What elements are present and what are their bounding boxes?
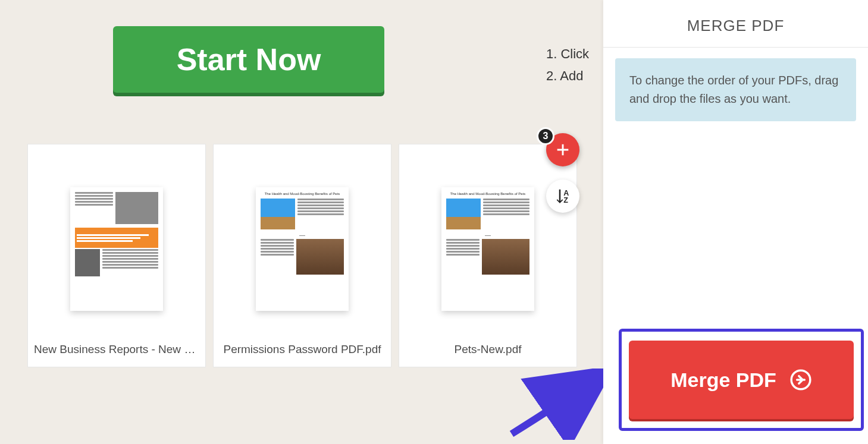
instructions-list: 1. Click 2. Add bbox=[546, 43, 589, 87]
merge-side-panel: MERGE PDF To change the order of your PD… bbox=[603, 0, 868, 444]
main-area: Start Now 1. Click 2. Add New bbox=[0, 0, 603, 444]
arrow-right-circle-icon bbox=[789, 369, 812, 391]
panel-title: MERGE PDF bbox=[603, 0, 868, 48]
sort-az-icon: AZ bbox=[554, 187, 572, 205]
instruction-1: 1. Click bbox=[546, 43, 589, 65]
merge-button-highlight: Merge PDF bbox=[619, 329, 864, 431]
sort-alphabetical-button[interactable]: AZ bbox=[546, 180, 579, 213]
annotation-arrow-icon bbox=[506, 369, 607, 440]
file-card[interactable]: New Business Reports - New F… bbox=[27, 144, 206, 367]
file-thumbnail: The Health and Mood-Boosting Benefits of… bbox=[214, 144, 391, 326]
file-thumbnail bbox=[28, 144, 205, 326]
file-name-label: Pets-New.pdf bbox=[399, 343, 576, 356]
merge-pdf-button[interactable]: Merge PDF bbox=[629, 341, 854, 419]
file-name-label: Permissions Password PDF.pdf bbox=[214, 343, 391, 356]
svg-text:Z: Z bbox=[563, 196, 568, 204]
info-box: To change the order of your PDFs, drag a… bbox=[615, 58, 856, 121]
files-row: New Business Reports - New F… The Health… bbox=[27, 144, 577, 367]
instruction-2: 2. Add bbox=[546, 65, 589, 87]
start-now-button[interactable]: Start Now bbox=[113, 26, 384, 93]
file-thumbnail: The Health and Mood-Boosting Benefits of… bbox=[399, 144, 576, 326]
file-count-badge: 3 bbox=[537, 127, 554, 145]
file-card[interactable]: The Health and Mood-Boosting Benefits of… bbox=[213, 144, 391, 367]
file-card[interactable]: The Health and Mood-Boosting Benefits of… bbox=[399, 144, 577, 367]
plus-icon bbox=[554, 141, 571, 158]
merge-button-label: Merge PDF bbox=[670, 369, 776, 392]
file-name-label: New Business Reports - New F… bbox=[28, 343, 205, 356]
